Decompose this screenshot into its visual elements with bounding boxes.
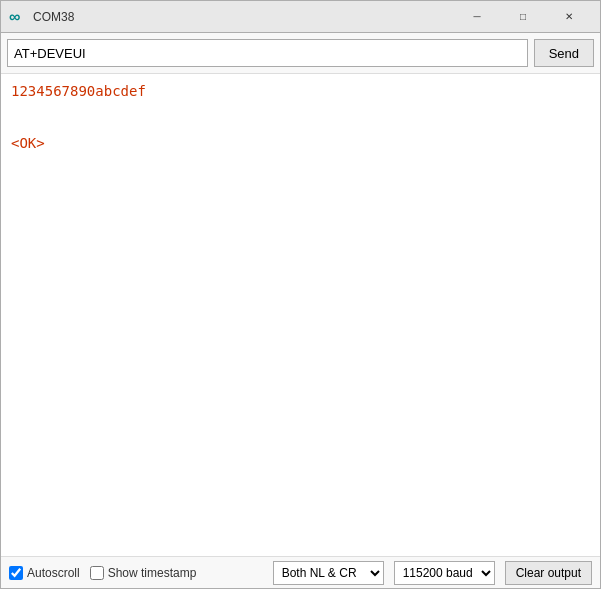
app-icon: ∞ [9, 8, 27, 26]
output-area[interactable]: 1234567890abcdef<OK> [1, 74, 600, 556]
main-window: ∞ COM38 ─ □ ✕ Send 1234567890abcdef<OK> … [0, 0, 601, 589]
command-input[interactable] [7, 39, 528, 67]
timestamp-label: Show timestamp [108, 566, 197, 580]
title-bar: ∞ COM38 ─ □ ✕ [1, 1, 600, 33]
window-title: COM38 [33, 10, 454, 24]
timestamp-checkbox[interactable] [90, 566, 104, 580]
autoscroll-checkbox[interactable] [9, 566, 23, 580]
baud-rate-select[interactable]: 115200 baud 300 baud 1200 baud 2400 baud… [394, 561, 495, 585]
window-controls: ─ □ ✕ [454, 1, 592, 33]
line-ending-select[interactable]: Both NL & CR No line ending Newline Carr… [273, 561, 384, 585]
close-button[interactable]: ✕ [546, 1, 592, 33]
timestamp-group: Show timestamp [90, 566, 197, 580]
output-line: <OK> [11, 134, 590, 154]
send-button[interactable]: Send [534, 39, 594, 67]
maximize-button[interactable]: □ [500, 1, 546, 33]
input-row: Send [1, 33, 600, 74]
output-line: 1234567890abcdef [11, 82, 590, 102]
autoscroll-label: Autoscroll [27, 566, 80, 580]
clear-output-button[interactable]: Clear output [505, 561, 592, 585]
status-bar: Autoscroll Show timestamp Both NL & CR N… [1, 556, 600, 588]
minimize-button[interactable]: ─ [454, 1, 500, 33]
autoscroll-group: Autoscroll [9, 566, 80, 580]
